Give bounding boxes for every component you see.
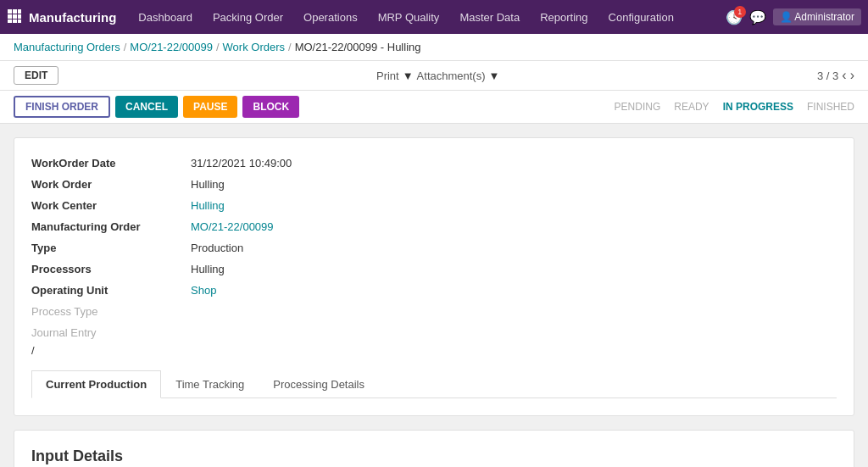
notification-badge: 1 (734, 6, 746, 18)
attachments-dropdown-icon[interactable]: ▼ (489, 69, 500, 82)
process-type-label: Process Type (31, 303, 184, 320)
work-order-value: Hulling (191, 176, 837, 192)
breadcrumb-mo[interactable]: MO/21-22/00099 (130, 41, 213, 53)
action-bar: FINISH ORDER CANCEL PAUSE BLOCK PENDING … (0, 91, 868, 124)
svg-rect-2 (18, 9, 21, 14)
user-menu[interactable]: 👤 Administrator (773, 8, 861, 25)
svg-rect-4 (13, 14, 17, 19)
nav-operations[interactable]: Operations (295, 8, 366, 27)
manufacturing-order-label: Manufacturing Order (31, 219, 184, 235)
nav-right: 🕓 1 💬 👤 Administrator (726, 8, 861, 25)
prev-record-button[interactable]: ‹ (842, 68, 846, 83)
tab-processing-details[interactable]: Processing Details (259, 370, 379, 398)
work-order-label: Work Order (31, 176, 184, 192)
clock-icon-button[interactable]: 🕓 1 (726, 9, 743, 25)
edit-button[interactable]: EDIT (14, 66, 58, 85)
journal-entry-label: Journal Entry (31, 325, 184, 341)
nav-menu: Dashboard Packing Order Operations MRP Q… (130, 8, 725, 27)
svg-rect-8 (18, 19, 21, 23)
print-button[interactable]: Print (376, 69, 399, 82)
nav-mrp-quality[interactable]: MRP Quality (370, 8, 448, 27)
form-fields: WorkOrder Date 31/12/2021 10:49:00 Work … (31, 155, 837, 341)
processors-value: Hulling (191, 261, 837, 277)
breadcrumb: Manufacturing Orders / MO/21-22/00099 / … (14, 41, 420, 53)
top-navigation: Manufacturing Dashboard Packing Order Op… (0, 0, 868, 34)
svg-rect-3 (8, 14, 12, 19)
nav-master-data[interactable]: Master Data (451, 8, 528, 27)
block-button[interactable]: BLOCK (242, 96, 299, 118)
status-in-progress: IN PROGRESS (723, 101, 793, 113)
status-ready: READY (674, 101, 709, 113)
type-value: Production (191, 240, 837, 256)
work-center-value[interactable]: Hulling (191, 197, 837, 214)
nav-reporting[interactable]: Reporting (531, 8, 596, 27)
work-center-label: Work Center (31, 197, 184, 214)
svg-rect-7 (13, 19, 17, 23)
svg-rect-1 (13, 9, 17, 14)
journal-entry-value (191, 325, 837, 341)
breadcrumb-sep-2: / (216, 41, 220, 53)
tabs-bar: Current Production Time Tracking Process… (31, 370, 837, 398)
action-buttons: FINISH ORDER CANCEL PAUSE BLOCK (14, 96, 299, 118)
user-avatar-icon: 👤 (780, 11, 793, 23)
app-brand: Manufacturing (29, 10, 116, 25)
nav-packing-order[interactable]: Packing Order (204, 8, 292, 27)
svg-rect-5 (18, 14, 21, 19)
breadcrumb-manufacturing-orders[interactable]: Manufacturing Orders (14, 41, 120, 53)
cancel-button[interactable]: CANCEL (115, 96, 178, 118)
record-counter: 3 / 3 ‹ › (817, 68, 854, 83)
breadcrumb-bar: Manufacturing Orders / MO/21-22/00099 / … (0, 34, 868, 61)
chat-icon-button[interactable]: 💬 (749, 9, 766, 25)
attachments-button[interactable]: Attachment(s) (417, 69, 486, 82)
processors-label: Processors (31, 261, 184, 277)
process-type-value (191, 303, 837, 320)
manufacturing-order-value[interactable]: MO/21-22/00099 (191, 219, 837, 235)
grid-icon[interactable] (7, 8, 22, 26)
counter-text: 3 / 3 (817, 69, 838, 82)
status-pending: PENDING (615, 101, 661, 113)
username: Administrator (794, 11, 854, 23)
nav-dashboard[interactable]: Dashboard (130, 8, 201, 27)
pause-button[interactable]: PAUSE (183, 96, 237, 118)
main-content: WorkOrder Date 31/12/2021 10:49:00 Work … (0, 124, 868, 467)
input-details-title: Input Details (31, 448, 837, 465)
next-record-button[interactable]: › (850, 68, 854, 83)
print-area: Print ▼ Attachment(s) ▼ (376, 69, 499, 82)
edit-bar: EDIT Print ▼ Attachment(s) ▼ 3 / 3 ‹ › (0, 61, 868, 91)
tab-time-tracking[interactable]: Time Tracking (161, 370, 259, 398)
status-steps: PENDING READY IN PROGRESS FINISHED (615, 101, 854, 113)
print-dropdown-icon[interactable]: ▼ (403, 69, 414, 82)
svg-rect-0 (8, 9, 12, 14)
form-card: WorkOrder Date 31/12/2021 10:49:00 Work … (14, 137, 854, 416)
type-label: Type (31, 240, 184, 256)
operating-unit-label: Operating Unit (31, 282, 184, 298)
nav-configuration[interactable]: Configuration (600, 8, 682, 27)
breadcrumb-current: MO/21-22/00099 - Hulling (295, 41, 421, 53)
svg-rect-6 (8, 19, 12, 23)
tab-current-production[interactable]: Current Production (31, 370, 161, 398)
breadcrumb-sep-3: / (288, 41, 292, 53)
input-details-card: Input Details # Product Material Type So… (14, 430, 854, 467)
status-finished: FINISHED (807, 101, 854, 113)
workorder-date-value: 31/12/2021 10:49:00 (191, 155, 837, 171)
finish-order-button[interactable]: FINISH ORDER (14, 96, 110, 118)
breadcrumb-sep-1: / (124, 41, 127, 53)
operating-unit-value[interactable]: Shop (191, 282, 837, 298)
workorder-date-label: WorkOrder Date (31, 155, 184, 171)
form-slash: / (31, 344, 837, 357)
breadcrumb-work-orders[interactable]: Work Orders (223, 41, 285, 53)
